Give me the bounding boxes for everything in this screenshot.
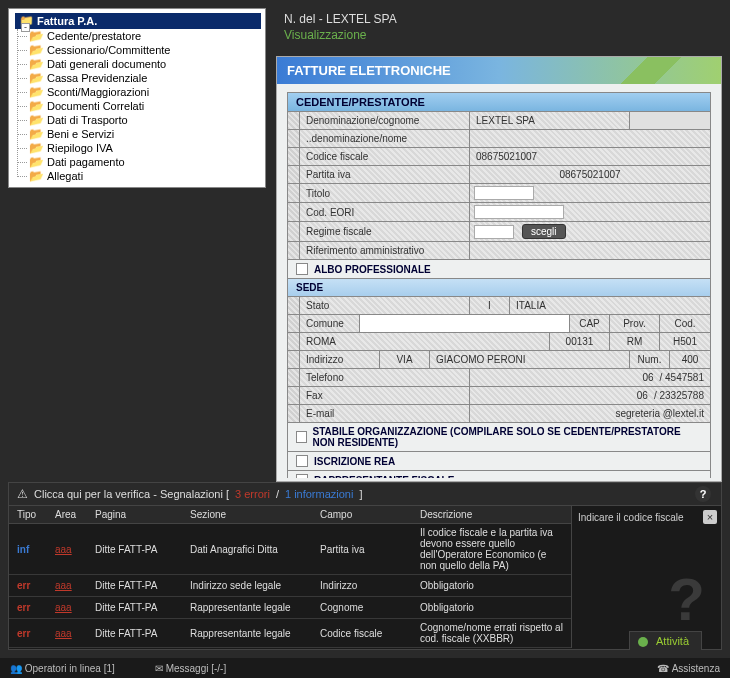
chk-rappr[interactable]: RAPPRESENTANTE FISCALE [287, 471, 711, 478]
tipo-cell: err [9, 599, 47, 616]
lbl-tel: Telefono [300, 369, 470, 386]
question-icon: ? [668, 565, 705, 634]
help-icon[interactable]: ? [695, 486, 711, 502]
tree-item[interactable]: 📂Dati pagamento [29, 155, 261, 169]
tree-root-label: Fattura P.A. [37, 15, 97, 27]
tree-item-label: Allegati [47, 170, 83, 182]
checkbox-icon[interactable] [296, 263, 308, 275]
folder-icon: 📂 [29, 45, 43, 56]
lbl-piva: Partita iva [300, 166, 470, 183]
lbl-stato: Stato [300, 297, 470, 314]
area-link[interactable]: aaa [55, 602, 72, 613]
main-panel: FATTURE ELETTRONICHE CEDENTE/PRESTATORE … [276, 56, 722, 482]
checkbox-icon[interactable] [296, 474, 308, 478]
lbl-fax: Fax [300, 387, 470, 404]
lbl-regime: Regime fiscale [300, 222, 470, 241]
checkbox-icon[interactable] [296, 431, 307, 443]
val-prov: RM [610, 333, 660, 350]
chk-stabile[interactable]: STABILE ORGANIZZAZIONE (COMPILARE SOLO S… [287, 423, 711, 452]
report-row[interactable]: erraaaDitte FATT-PARappresentante legale… [9, 597, 571, 619]
val-num: 400 [670, 351, 710, 368]
lbl-rifamm: Riferimento amministrativo [300, 242, 470, 259]
folder-icon: 📂 [29, 73, 43, 84]
checkbox-icon[interactable] [296, 455, 308, 467]
tree-item[interactable]: 📂Dati di Trasporto [29, 113, 261, 127]
report-panel: ⚠ Clicca qui per la verifica - Segnalazi… [8, 482, 722, 650]
lbl-titolo: Titolo [300, 184, 470, 202]
report-row[interactable]: infaaaDitte FATT-PADati Anagrafici Ditta… [9, 524, 571, 575]
warning-icon: ⚠ [17, 487, 28, 501]
report-columns: Tipo Area Pagina Sezione Campo Descrizio… [9, 506, 571, 524]
val-comune: ROMA [300, 333, 550, 350]
status-messages[interactable]: ✉ Messaggi [-/-] [155, 663, 226, 674]
header-title: N. del - LEXTEL SPA [284, 12, 714, 26]
folder-icon: 📂 [29, 129, 43, 140]
tree-item-label: Cessionario/Committente [47, 44, 171, 56]
tree-item[interactable]: 📂Cessionario/Committente [29, 43, 261, 57]
report-header[interactable]: ⚠ Clicca qui per la verifica - Segnalazi… [9, 483, 721, 506]
lbl-eori: Cod. EORI [300, 203, 470, 221]
val-stato-code: I [470, 297, 510, 314]
status-assist[interactable]: ☎ Assistenza [657, 663, 720, 674]
val-via: GIACOMO PERONI [430, 351, 630, 368]
tree-item-label: Dati pagamento [47, 156, 125, 168]
tree-item-label: Documenti Correlati [47, 100, 144, 112]
lbl-comune: Comune [300, 315, 360, 332]
tipo-cell: err [9, 577, 47, 594]
tree-root[interactable]: 📁 Fattura P.A. [15, 13, 261, 29]
tree-item-label: Beni e Servizi [47, 128, 114, 140]
folder-icon: 📂 [29, 59, 43, 70]
folder-icon: 📂 [29, 87, 43, 98]
tree-item[interactable]: 📂Sconti/Maggiorazioni [29, 85, 261, 99]
lbl-email: E-mail [300, 405, 470, 422]
folder-icon: 📂 [29, 31, 43, 42]
tree-item[interactable]: 📂Cedente/prestatore [29, 29, 261, 43]
val-cf: 08675021007 [470, 148, 710, 165]
form-scroll[interactable]: CEDENTE/PRESTATORE Denominazione/cognome… [277, 84, 721, 478]
tree-item-label: Cedente/prestatore [47, 30, 141, 42]
chk-rea[interactable]: ISCRIZIONE REA [287, 452, 711, 471]
val-nome [470, 130, 710, 147]
tree-item-label: Riepilogo IVA [47, 142, 113, 154]
report-row[interactable]: erraaaDitte FATT-PAIndirizzo sede legale… [9, 575, 571, 597]
tree-item[interactable]: 📂Documenti Correlati [29, 99, 261, 113]
tree-item-label: Dati di Trasporto [47, 114, 128, 126]
tree-item-label: Sconti/Maggiorazioni [47, 86, 149, 98]
help-pane: × Indicare il codice fiscale ? [571, 506, 721, 648]
area-link[interactable]: aaa [55, 544, 72, 555]
chk-albo[interactable]: ALBO PROFESSIONALE [287, 260, 711, 279]
val-regime: scegli [470, 222, 710, 241]
tree-item[interactable]: 📂Allegati [29, 169, 261, 183]
tipo-cell: inf [9, 541, 47, 558]
lbl-denominazione: Denominazione/cognome [300, 112, 470, 129]
tree-panel: - 📁 Fattura P.A. 📂Cedente/prestatore📂Ces… [8, 8, 266, 188]
tree-item[interactable]: 📂Beni e Servizi [29, 127, 261, 141]
val-piva: 08675021007 [470, 166, 710, 183]
scegli-button[interactable]: scegli [522, 224, 566, 239]
folder-icon: 📂 [29, 171, 43, 182]
folder-icon: 📂 [29, 157, 43, 168]
tree-item[interactable]: 📂Dati generali documento [29, 57, 261, 71]
tree-item[interactable]: 📂Riepilogo IVA [29, 141, 261, 155]
tree-item-label: Dati generali documento [47, 58, 166, 70]
val-titolo[interactable] [470, 184, 710, 202]
folder-icon: 📂 [29, 143, 43, 154]
val-eori[interactable] [470, 203, 710, 221]
lbl-nome: ..denominazione/nome [300, 130, 470, 147]
val-stato: ITALIA [510, 297, 710, 314]
section-sede: SEDE [287, 279, 711, 297]
activity-tab[interactable]: Attività [629, 631, 702, 650]
close-icon[interactable]: × [703, 510, 717, 524]
tree-item-label: Cassa Previdenziale [47, 72, 147, 84]
tree-item[interactable]: 📂Cassa Previdenziale [29, 71, 261, 85]
val-denominazione: LEXTEL SPA [470, 112, 630, 129]
report-row[interactable]: erraaaDitte FATT-PARappresentante legale… [9, 619, 571, 648]
area-link[interactable]: aaa [55, 628, 72, 639]
val-rifamm [470, 242, 710, 259]
val-tel: 06/ 4547581 [470, 369, 710, 386]
area-link[interactable]: aaa [55, 580, 72, 591]
document-header: N. del - LEXTEL SPA Visualizzazione [276, 8, 722, 50]
section-cedente: CEDENTE/PRESTATORE [287, 92, 711, 112]
val-cod: H501 [660, 333, 710, 350]
status-operators[interactable]: 👥 Operatori in linea [1] [10, 663, 115, 674]
